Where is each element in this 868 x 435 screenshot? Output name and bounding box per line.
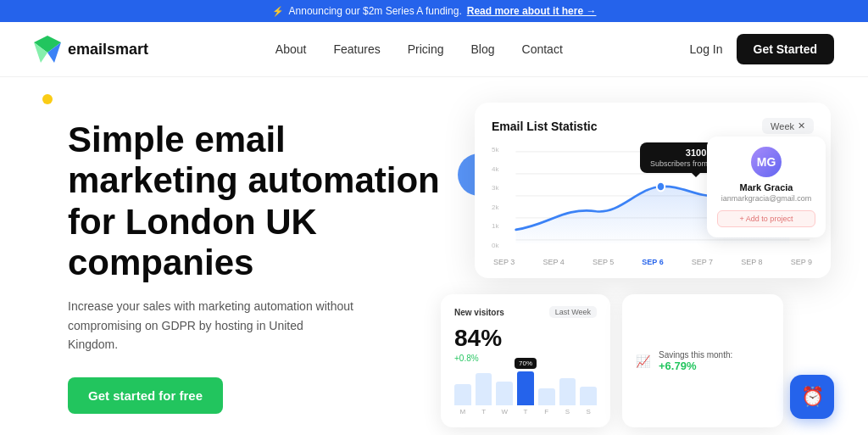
avatar: MG bbox=[751, 147, 782, 177]
yellow-dot-decoration bbox=[42, 94, 53, 104]
logo-icon bbox=[34, 36, 61, 63]
logo-text: emailsmart bbox=[68, 41, 148, 59]
bar-3 bbox=[496, 382, 513, 405]
chart-dates: SEP 3 SEP 4 SEP 5 SEP 6 SEP 7 SEP 8 SEP … bbox=[492, 258, 814, 266]
hero-dashboard: Email List Statistic Week ✕ 5k4k3k2k1k0k bbox=[441, 103, 834, 435]
bar-7 bbox=[580, 387, 597, 405]
savings-label: Savings this month: bbox=[659, 350, 732, 360]
hero-title: Simple email marketing automation for Lo… bbox=[68, 120, 441, 283]
nav-item-contact[interactable]: Contact bbox=[522, 42, 563, 57]
navbar: emailsmart About Features Pricing Blog C… bbox=[0, 22, 868, 77]
visitors-card: New visitors Last Week 84% +0.8% 70% bbox=[441, 294, 610, 427]
clock-icon: ⏰ bbox=[801, 386, 824, 408]
nav-item-pricing[interactable]: Pricing bbox=[408, 42, 444, 57]
svg-point-8 bbox=[657, 182, 665, 192]
savings-card: 📈 Savings this month: +6.79% bbox=[622, 294, 783, 427]
bar-chart: 70% bbox=[454, 371, 597, 405]
savings-value: +6.79% bbox=[659, 360, 732, 372]
bar-4: 70% bbox=[517, 371, 534, 405]
profile-card: MG Mark Gracia ianmarkgracia@gmail.com +… bbox=[707, 137, 826, 237]
hero-section: Simple email marketing automation for Lo… bbox=[0, 77, 868, 435]
clock-card[interactable]: ⏰ bbox=[790, 375, 834, 419]
nav-item-blog[interactable]: Blog bbox=[471, 42, 495, 57]
add-to-project-button[interactable]: + Add to project bbox=[717, 210, 815, 227]
nav-links: About Features Pricing Blog Contact bbox=[275, 42, 563, 57]
bar-5 bbox=[538, 388, 555, 405]
profile-email: ianmarkgracia@gmail.com bbox=[717, 194, 815, 203]
bar-tooltip: 70% bbox=[515, 358, 537, 369]
announcement-link[interactable]: Read more about it here → bbox=[467, 5, 597, 17]
bar-2 bbox=[476, 373, 492, 405]
login-button[interactable]: Log In bbox=[690, 42, 723, 56]
last-week-badge: Last Week bbox=[549, 306, 597, 318]
announcement-bar: ⚡ Announcing our $2m Series A funding. R… bbox=[0, 0, 868, 22]
get-started-button[interactable]: Get Started bbox=[737, 34, 834, 64]
chart-title: Email List Statistic bbox=[492, 120, 597, 133]
y-axis-labels: 5k4k3k2k1k0k bbox=[492, 142, 498, 253]
bolt-icon: ⚡ bbox=[272, 6, 284, 17]
bar-1 bbox=[454, 384, 471, 405]
bar-labels: M T W T F S S bbox=[454, 408, 597, 415]
nav-actions: Log In Get Started bbox=[690, 34, 834, 64]
hero-cta-button[interactable]: Get started for free bbox=[68, 377, 223, 414]
bottom-row: New visitors Last Week 84% +0.8% 70% bbox=[441, 294, 848, 427]
hero-subtitle: Increase your sales with marketing autom… bbox=[68, 297, 356, 354]
hero-left: Simple email marketing automation for Lo… bbox=[68, 103, 441, 414]
logo[interactable]: emailsmart bbox=[34, 36, 148, 63]
bar-6 bbox=[559, 378, 576, 405]
visitors-label: New visitors bbox=[454, 308, 504, 317]
nav-item-features[interactable]: Features bbox=[333, 42, 380, 57]
announcement-text: Announcing our $2m Series A funding. bbox=[289, 5, 462, 17]
profile-name: Mark Gracia bbox=[717, 182, 815, 192]
trending-up-icon: 📈 bbox=[636, 354, 650, 368]
nav-item-about[interactable]: About bbox=[275, 42, 307, 57]
visitors-value: 84% bbox=[454, 325, 597, 352]
week-badge: Week ✕ bbox=[762, 118, 814, 134]
